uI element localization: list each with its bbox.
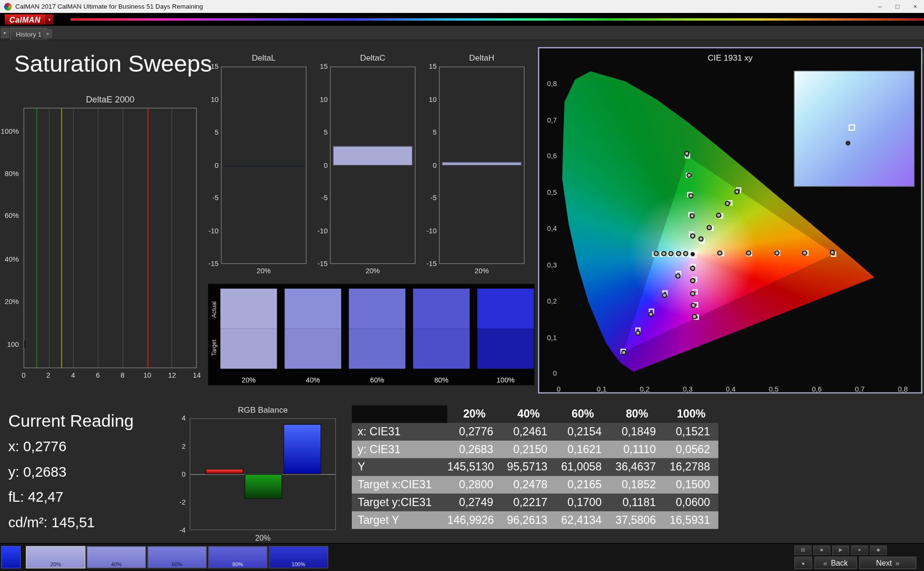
rgb-bar [244, 474, 282, 499]
pt-c [684, 151, 689, 156]
x-axis-label: 20% [439, 267, 525, 275]
minimize-button[interactable]: – [871, 0, 889, 13]
titlebar: CalMAN 2017 CalMAN Ultimate for Business… [0, 0, 924, 13]
target-color [220, 329, 277, 368]
history-expand-button[interactable]: ▸ [1, 28, 9, 38]
de-grid [123, 108, 123, 368]
next-chevron-icon: » [896, 558, 899, 567]
pt-c [689, 213, 694, 218]
rgb-ticks: 420-2-4 [171, 418, 187, 530]
de-xlab: 6 [96, 371, 100, 379]
play-button[interactable]: ▶ [832, 546, 849, 555]
target-marker-icon [848, 124, 855, 130]
dc-tick: -15 [318, 260, 328, 268]
dc-tick: -15 [426, 260, 436, 268]
target-color [284, 329, 341, 368]
actual-row-label: Actual [211, 292, 217, 327]
deltac-chart: DeltaC 151050-5-10-15 20% [315, 53, 418, 277]
rainbow-gradient [71, 18, 924, 21]
x-axis-label: 20% [190, 533, 336, 542]
maximize-button[interactable]: □ [889, 0, 907, 13]
pt-c [725, 201, 730, 206]
stop-button[interactable]: ■ [813, 546, 831, 555]
cie-yt: 0,2 [547, 297, 557, 305]
cie-yaxis: 00,10,20,30,40,50,60,70,8 [541, 52, 557, 382]
deltae-ylabels: 100%80%60%40%20%100 [0, 108, 22, 368]
y-axis-ticks: 151050-5-10-15 [424, 66, 437, 264]
cie-xt: 0 [557, 385, 561, 393]
dc-tick: 0 [433, 161, 436, 169]
x-axis-label: 20% [221, 267, 307, 275]
tab-history-1[interactable]: History 1 [10, 28, 48, 40]
next-button[interactable]: Next » [859, 557, 916, 569]
de-xlab: 14 [193, 371, 201, 379]
cie-xt: 0,6 [812, 385, 821, 393]
read-single-button[interactable]: ▪ [795, 557, 812, 569]
record-button[interactable]: ● [851, 546, 868, 555]
patch-button-60[interactable]: 60% [147, 546, 207, 569]
back-chevron-icon: « [823, 558, 827, 567]
cie-yt: 0,3 [547, 261, 557, 269]
deltae-xlabels: 02468101214 [24, 371, 197, 379]
dc-tick: 15 [320, 63, 327, 71]
de-grid [98, 108, 98, 368]
table-corner-cell [352, 405, 447, 423]
patch-button-20[interactable]: 20% [26, 546, 86, 569]
swatch-100: 100% [477, 289, 534, 369]
close-button[interactable]: × [906, 0, 924, 13]
dc-tick: 5 [215, 128, 218, 137]
swatch-60: 60% [349, 289, 406, 369]
table-row: x: CIE31 0,2776 0,2461 0,2154 0,1849 0,1… [352, 423, 719, 441]
patch-button-40[interactable]: 40% [87, 546, 146, 569]
cie-xt: 0,7 [855, 385, 864, 393]
chart-bar [333, 146, 412, 165]
cie-yt: 0,8 [547, 79, 557, 88]
actual-color [284, 289, 341, 329]
cie-yt: 0,1 [547, 333, 557, 341]
app-icon [4, 3, 12, 11]
chart-plot [221, 66, 307, 264]
rgb-tick: 0 [182, 470, 186, 478]
cie-yt: 0,5 [547, 188, 557, 196]
save-button[interactable]: ◆ [870, 546, 887, 555]
pt-c [746, 250, 751, 255]
page-title: Saturation Sweeps [14, 51, 212, 77]
dc-tick: -5 [212, 194, 218, 202]
patch-button-80[interactable]: 80% [208, 546, 268, 569]
x-axis-label: 20% [330, 267, 416, 275]
cie-1931-panel: CIE 1931 xy 00,10,20,30,40,50,60,70,8 00… [538, 47, 922, 393]
swatch-20: 20% [220, 289, 277, 369]
patch-button-100[interactable]: 100% [269, 546, 328, 569]
rgb-tick: 2 [182, 442, 186, 450]
back-button[interactable]: « Back [814, 557, 857, 569]
de-grid [172, 108, 172, 368]
rgb-tick: -4 [180, 526, 186, 534]
next-label: Next [876, 558, 892, 567]
chart-plot [330, 66, 416, 264]
deltae-chart-title: DeltaE 2000 [24, 94, 197, 104]
current-patch-indicator [1, 546, 20, 569]
pt-c [675, 273, 680, 279]
de-xlab: 8 [121, 371, 125, 379]
de-xlab: 12 [168, 371, 176, 379]
pt-c [676, 251, 681, 256]
rgb-bar [205, 469, 243, 474]
dc-tick: -10 [426, 227, 436, 235]
add-tab-button[interactable]: + [44, 29, 52, 38]
cie-yt: 0,4 [547, 225, 557, 233]
dc-tick: 10 [429, 95, 436, 103]
de-ylab: 100 [7, 340, 19, 348]
calman-logo-menu[interactable]: CalMAN ▾ [5, 14, 53, 25]
cie-xt: 0,8 [898, 385, 908, 393]
capture-button[interactable]: ▤ [795, 546, 812, 555]
rgb-plot [190, 418, 336, 530]
target-color [413, 329, 470, 368]
cie-xt: 0,4 [726, 385, 735, 393]
table-row: Target y:CIE31 0,2749 0,2217 0,1700 0,11… [352, 494, 719, 511]
de-ref [37, 108, 37, 368]
bottom-toolbar: 20% 40% 60% 80% 100% ▤ ■ ▶ ● ◆ ▪ « Back … [0, 543, 924, 571]
pt-c [734, 189, 740, 194]
dc-tick: -10 [208, 227, 218, 235]
y-axis-ticks: 151050-5-10-15 [315, 66, 329, 264]
de-ylab: 80% [5, 169, 19, 178]
